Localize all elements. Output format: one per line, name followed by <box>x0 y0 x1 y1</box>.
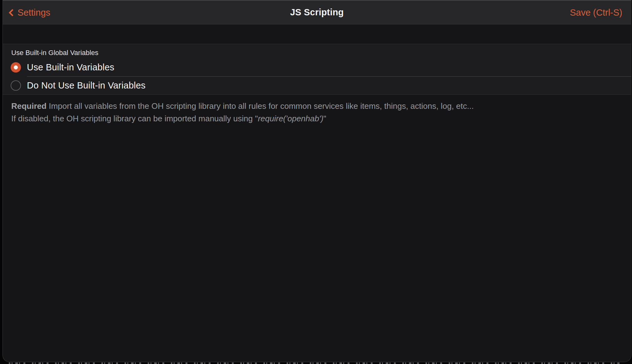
navbar: Settings JS Scripting Save (Ctrl-S) <box>3 1 631 24</box>
config-group: Use Built-in Global Variables Use Built-… <box>3 44 631 95</box>
radio-dot <box>14 83 18 88</box>
description-line-2: If disabled, the OH scripting library ca… <box>11 112 619 125</box>
radio-option-do-not-use-builtin-variables[interactable]: Do Not Use Built-in Variables <box>3 76 631 94</box>
radio-dot <box>14 65 18 69</box>
description-line2-suffix: " <box>324 114 326 123</box>
back-button[interactable]: Settings <box>10 1 50 24</box>
required-badge: Required <box>11 101 47 111</box>
page-title: JS Scripting <box>3 7 631 18</box>
description-line1-text: Import all variables from the OH scripti… <box>49 101 474 111</box>
radio-unselected-icon[interactable] <box>11 80 21 91</box>
settings-window: Settings JS Scripting Save (Ctrl-S) Use … <box>3 0 631 362</box>
config-description: Required Import all variables from the O… <box>3 95 631 125</box>
save-button[interactable]: Save (Ctrl-S) <box>570 1 622 24</box>
radio-option-use-builtin-variables[interactable]: Use Built-in Variables <box>3 58 631 76</box>
radio-selected-icon[interactable] <box>11 62 21 73</box>
description-line-1: Required Import all variables from the O… <box>11 100 619 112</box>
cutoff-content-strip <box>9 362 619 364</box>
config-group-label: Use Built-in Global Variables <box>3 44 631 58</box>
back-button-label: Settings <box>18 1 50 24</box>
description-line2-prefix: If disabled, the OH scripting library ca… <box>11 114 258 123</box>
content-spacer <box>3 24 631 44</box>
radio-option-label: Use Built-in Variables <box>27 62 114 73</box>
description-line2-code: require('openhab') <box>258 114 323 123</box>
radio-option-label: Do Not Use Built-in Variables <box>27 80 145 91</box>
chevron-left-icon <box>8 9 16 16</box>
